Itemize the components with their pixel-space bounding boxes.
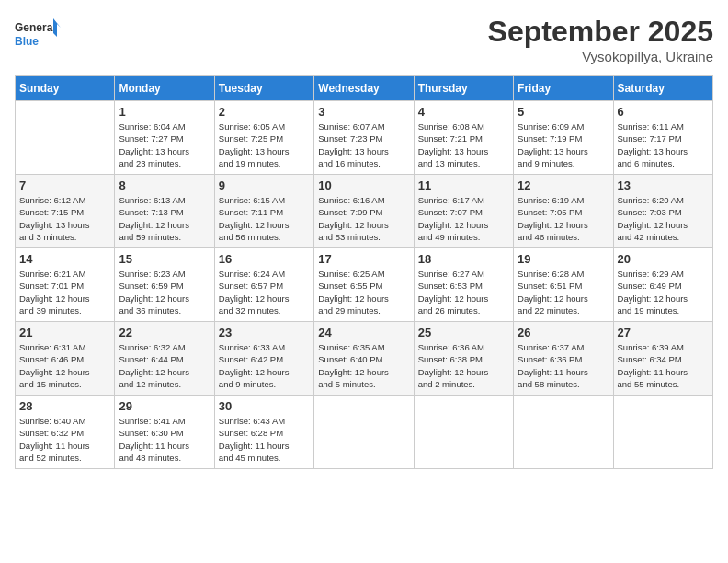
day-info: Sunrise: 6:28 AMSunset: 6:51 PMDaylight:…	[518, 268, 609, 316]
day-info: Sunrise: 6:12 AMSunset: 7:15 PMDaylight:…	[19, 194, 110, 243]
calendar-cell	[613, 396, 712, 469]
svg-text:General: General	[15, 21, 56, 34]
calendar-cell: 23Sunrise: 6:33 AMSunset: 6:42 PMDayligh…	[214, 322, 313, 396]
calendar-cell: 3Sunrise: 6:07 AMSunset: 7:23 PMDaylight…	[314, 101, 414, 175]
calendar-cell: 11Sunrise: 6:17 AMSunset: 7:07 PMDayligh…	[414, 175, 513, 248]
calendar-cell: 28Sunrise: 6:40 AMSunset: 6:32 PMDayligh…	[16, 396, 115, 469]
day-number: 12	[518, 178, 609, 192]
calendar-cell: 7Sunrise: 6:12 AMSunset: 7:15 PMDaylight…	[16, 175, 115, 248]
day-number: 7	[19, 178, 110, 192]
title-block: September 2025 Vysokopillya, Ukraine	[488, 15, 713, 64]
day-number: 2	[219, 105, 310, 119]
day-number: 22	[119, 326, 210, 339]
calendar-cell: 16Sunrise: 6:24 AMSunset: 6:57 PMDayligh…	[214, 248, 313, 322]
day-number: 28	[19, 399, 110, 413]
day-number: 8	[119, 178, 210, 192]
calendar-cell: 19Sunrise: 6:28 AMSunset: 6:51 PMDayligh…	[514, 248, 613, 322]
day-info: Sunrise: 6:07 AMSunset: 7:23 PMDaylight:…	[318, 121, 409, 169]
day-info: Sunrise: 6:40 AMSunset: 6:32 PMDaylight:…	[19, 415, 110, 464]
calendar-cell: 30Sunrise: 6:43 AMSunset: 6:28 PMDayligh…	[214, 396, 313, 469]
logo-svg: General Blue	[15, 15, 61, 55]
day-number: 17	[318, 252, 409, 266]
day-number: 18	[418, 252, 509, 266]
day-info: Sunrise: 6:43 AMSunset: 6:28 PMDaylight:…	[219, 415, 310, 464]
day-number: 25	[418, 326, 509, 339]
day-number: 14	[19, 252, 110, 266]
day-number: 24	[318, 326, 409, 339]
calendar-cell: 13Sunrise: 6:20 AMSunset: 7:03 PMDayligh…	[613, 175, 712, 248]
day-number: 26	[518, 326, 609, 339]
day-info: Sunrise: 6:32 AMSunset: 6:44 PMDaylight:…	[119, 341, 210, 390]
day-info: Sunrise: 6:15 AMSunset: 7:11 PMDaylight:…	[219, 194, 310, 243]
day-info: Sunrise: 6:20 AMSunset: 7:03 PMDaylight:…	[618, 194, 709, 243]
day-number: 27	[618, 326, 709, 339]
calendar-cell: 26Sunrise: 6:37 AMSunset: 6:36 PMDayligh…	[514, 322, 613, 396]
calendar-cell: 6Sunrise: 6:11 AMSunset: 7:17 PMDaylight…	[613, 101, 712, 175]
day-number: 19	[518, 252, 609, 266]
day-info: Sunrise: 6:04 AMSunset: 7:27 PMDaylight:…	[119, 121, 210, 169]
header-day-friday: Friday	[514, 76, 613, 101]
day-info: Sunrise: 6:35 AMSunset: 6:40 PMDaylight:…	[318, 341, 409, 390]
calendar-cell: 1Sunrise: 6:04 AMSunset: 7:27 PMDaylight…	[115, 101, 214, 175]
calendar-cell	[314, 396, 414, 469]
day-number: 29	[119, 399, 210, 413]
day-number: 9	[219, 178, 310, 192]
calendar-cell: 21Sunrise: 6:31 AMSunset: 6:46 PMDayligh…	[16, 322, 115, 396]
day-number: 3	[318, 105, 409, 119]
page-header: General Blue September 2025 Vysokopillya…	[15, 15, 713, 64]
calendar-cell: 4Sunrise: 6:08 AMSunset: 7:21 PMDaylight…	[414, 101, 513, 175]
day-number: 5	[518, 105, 609, 119]
day-info: Sunrise: 6:13 AMSunset: 7:13 PMDaylight:…	[119, 194, 210, 243]
day-number: 11	[418, 178, 509, 192]
day-info: Sunrise: 6:21 AMSunset: 7:01 PMDaylight:…	[19, 268, 110, 316]
day-number: 1	[119, 105, 210, 119]
header-day-thursday: Thursday	[414, 76, 513, 101]
location-subtitle: Vysokopillya, Ukraine	[488, 49, 713, 64]
calendar-cell: 22Sunrise: 6:32 AMSunset: 6:44 PMDayligh…	[115, 322, 214, 396]
day-number: 21	[19, 326, 110, 339]
day-info: Sunrise: 6:31 AMSunset: 6:46 PMDaylight:…	[19, 341, 110, 390]
day-number: 4	[418, 105, 509, 119]
header-day-saturday: Saturday	[613, 76, 712, 101]
day-number: 15	[119, 252, 210, 266]
day-info: Sunrise: 6:23 AMSunset: 6:59 PMDaylight:…	[119, 268, 210, 316]
day-number: 10	[318, 178, 409, 192]
day-number: 13	[618, 178, 709, 192]
day-info: Sunrise: 6:36 AMSunset: 6:38 PMDaylight:…	[418, 341, 509, 390]
calendar-cell	[514, 396, 613, 469]
calendar-cell: 29Sunrise: 6:41 AMSunset: 6:30 PMDayligh…	[115, 396, 214, 469]
calendar-cell: 9Sunrise: 6:15 AMSunset: 7:11 PMDaylight…	[214, 175, 313, 248]
month-title: September 2025	[488, 15, 713, 49]
day-info: Sunrise: 6:19 AMSunset: 7:05 PMDaylight:…	[518, 194, 609, 243]
day-info: Sunrise: 6:09 AMSunset: 7:19 PMDaylight:…	[518, 121, 609, 169]
calendar-cell: 24Sunrise: 6:35 AMSunset: 6:40 PMDayligh…	[314, 322, 414, 396]
calendar-cell: 25Sunrise: 6:36 AMSunset: 6:38 PMDayligh…	[414, 322, 513, 396]
calendar-cell: 18Sunrise: 6:27 AMSunset: 6:53 PMDayligh…	[414, 248, 513, 322]
calendar-cell: 27Sunrise: 6:39 AMSunset: 6:34 PMDayligh…	[613, 322, 712, 396]
day-number: 6	[618, 105, 709, 119]
logo: General Blue	[15, 15, 61, 55]
calendar-cell: 14Sunrise: 6:21 AMSunset: 7:01 PMDayligh…	[16, 248, 115, 322]
day-info: Sunrise: 6:29 AMSunset: 6:49 PMDaylight:…	[618, 268, 709, 316]
day-info: Sunrise: 6:41 AMSunset: 6:30 PMDaylight:…	[119, 415, 210, 464]
day-number: 16	[219, 252, 310, 266]
calendar-cell	[414, 396, 513, 469]
calendar-cell: 2Sunrise: 6:05 AMSunset: 7:25 PMDaylight…	[214, 101, 313, 175]
day-info: Sunrise: 6:27 AMSunset: 6:53 PMDaylight:…	[418, 268, 509, 316]
calendar-cell	[16, 101, 115, 175]
day-info: Sunrise: 6:24 AMSunset: 6:57 PMDaylight:…	[219, 268, 310, 316]
header-day-tuesday: Tuesday	[214, 76, 313, 101]
calendar-cell: 8Sunrise: 6:13 AMSunset: 7:13 PMDaylight…	[115, 175, 214, 248]
day-info: Sunrise: 6:11 AMSunset: 7:17 PMDaylight:…	[618, 121, 709, 169]
day-number: 23	[219, 326, 310, 339]
header-day-sunday: Sunday	[16, 76, 115, 101]
day-info: Sunrise: 6:08 AMSunset: 7:21 PMDaylight:…	[418, 121, 509, 169]
day-number: 30	[219, 399, 310, 413]
calendar-cell: 12Sunrise: 6:19 AMSunset: 7:05 PMDayligh…	[514, 175, 613, 248]
header-day-wednesday: Wednesday	[314, 76, 414, 101]
day-info: Sunrise: 6:17 AMSunset: 7:07 PMDaylight:…	[418, 194, 509, 243]
calendar-cell: 17Sunrise: 6:25 AMSunset: 6:55 PMDayligh…	[314, 248, 414, 322]
day-info: Sunrise: 6:05 AMSunset: 7:25 PMDaylight:…	[219, 121, 310, 169]
day-info: Sunrise: 6:37 AMSunset: 6:36 PMDaylight:…	[518, 341, 609, 390]
svg-marker-2	[53, 18, 61, 37]
